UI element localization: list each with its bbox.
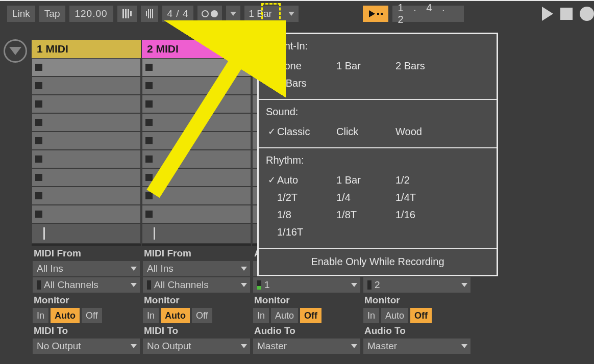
- chevron-down-icon: [351, 283, 357, 287]
- io-from-select[interactable]: All Ins: [33, 261, 140, 276]
- stop-clip-icon: [35, 211, 42, 218]
- sound-option[interactable]: Wood: [384, 123, 443, 140]
- rhythm-option[interactable]: 1 Bar: [325, 171, 384, 189]
- monitor-auto-button[interactable]: Auto: [271, 308, 298, 323]
- count-in-option[interactable]: 1 Bar: [325, 57, 384, 74]
- nudge-down-button[interactable]: [117, 6, 137, 22]
- stop-clip-icon: [145, 155, 153, 163]
- clip-slot[interactable]: [32, 187, 141, 205]
- clip-slot[interactable]: [142, 58, 251, 76]
- sound-section: Sound: ClassicClickWood: [259, 100, 497, 148]
- io-to-select[interactable]: Master: [363, 339, 471, 354]
- monitor-off-button[interactable]: Off: [82, 308, 102, 323]
- rhythm-option[interactable]: 1/8: [266, 206, 325, 223]
- rhythm-option[interactable]: 1/4: [325, 189, 384, 206]
- clip-slot[interactable]: [32, 132, 141, 150]
- count-in-option[interactable]: 4 Bars: [266, 74, 325, 92]
- clip-slot[interactable]: [142, 76, 251, 95]
- clip-slot[interactable]: [142, 132, 251, 150]
- io-section: MIDI FromAll InsAll ChannelsMonitorInAut…: [142, 244, 251, 354]
- track: 1 MIDIMIDI FromAll InsAll ChannelsMonito…: [32, 40, 141, 354]
- quantize-dropdown[interactable]: [284, 6, 299, 22]
- clip-slot[interactable]: [32, 168, 141, 187]
- clip-slot[interactable]: [32, 76, 141, 95]
- track-header[interactable]: 2 MIDI: [142, 40, 251, 58]
- monitor-auto-button[interactable]: Auto: [161, 308, 190, 323]
- metronome-settings-menu: Count-In: None1 Bar2 Bars4 Bars Sound: C…: [257, 33, 498, 276]
- clip-slot[interactable]: [32, 58, 141, 76]
- nudge-up-button[interactable]: [141, 6, 158, 22]
- link-button[interactable]: Link: [7, 6, 35, 22]
- clip-slot[interactable]: [32, 150, 141, 168]
- monitor-in-button[interactable]: In: [143, 308, 159, 323]
- arrangement-position[interactable]: 1 . 4 . 2: [392, 6, 464, 22]
- count-in-option[interactable]: 2 Bars: [384, 57, 443, 74]
- monitor-label: Monitor: [142, 294, 251, 307]
- io-channel-select[interactable]: 1: [253, 277, 360, 293]
- clip-slot[interactable]: [32, 205, 141, 223]
- transport-bar: Link Tap 120.00 4 / 4 1 Bar 1 . 4 . 2: [0, 1, 594, 27]
- stop-clip-icon: [145, 192, 153, 199]
- clip-slot[interactable]: [142, 205, 251, 223]
- stop-clip-icon: [145, 211, 153, 218]
- monitor-auto-button[interactable]: Auto: [381, 308, 408, 323]
- clip-slot[interactable]: [142, 150, 251, 168]
- io-to-label: Audio To: [252, 324, 361, 337]
- clip-slot[interactable]: [142, 95, 251, 113]
- stop-clip-icon: [145, 64, 153, 71]
- tap-button[interactable]: Tap: [39, 6, 65, 22]
- track-header[interactable]: 1 MIDI: [32, 40, 141, 58]
- metronome-menu-button[interactable]: [226, 6, 240, 22]
- monitor-row: InAutoOff: [252, 308, 361, 323]
- monitor-auto-button[interactable]: Auto: [51, 308, 80, 323]
- quantize-select[interactable]: 1 Bar: [244, 6, 284, 22]
- count-in-option[interactable]: None: [266, 57, 325, 74]
- chevron-down-icon: [241, 267, 247, 271]
- rhythm-option[interactable]: Auto: [266, 171, 325, 189]
- sound-option[interactable]: Click: [325, 123, 384, 140]
- clip-slot[interactable]: [32, 113, 141, 132]
- time-signature[interactable]: 4 / 4: [162, 6, 194, 22]
- monitor-off-button[interactable]: Off: [300, 308, 321, 323]
- chevron-down-icon: [288, 12, 294, 16]
- level-meter-icon: [37, 280, 41, 290]
- monitor-in-button[interactable]: In: [253, 308, 269, 323]
- metronome-toggle[interactable]: [197, 6, 222, 22]
- io-from-select[interactable]: All Ins: [143, 261, 250, 276]
- record-button[interactable]: [580, 7, 594, 21]
- rhythm-option[interactable]: 1/8T: [325, 206, 384, 223]
- rhythm-title: Rhythm:: [266, 154, 489, 166]
- scene-slot[interactable]: [142, 223, 251, 244]
- monitor-off-button[interactable]: Off: [192, 308, 212, 323]
- monitor-in-button[interactable]: In: [363, 308, 379, 323]
- stop-button[interactable]: [560, 8, 573, 20]
- io-to-select[interactable]: Master: [253, 339, 360, 354]
- rhythm-option[interactable]: 1/2: [384, 171, 443, 189]
- rhythm-option[interactable]: 1/16T: [266, 223, 325, 241]
- io-to-select[interactable]: No Output: [143, 339, 250, 354]
- io-channel-select[interactable]: All Channels: [143, 277, 250, 293]
- play-button[interactable]: [542, 7, 553, 21]
- clip-slot[interactable]: [142, 187, 251, 205]
- scene-slot[interactable]: [32, 223, 141, 244]
- rhythm-option[interactable]: 1/2T: [266, 189, 325, 206]
- monitor-in-button[interactable]: In: [33, 308, 48, 323]
- tempo-field[interactable]: 120.00: [69, 6, 113, 22]
- monitor-off-button[interactable]: Off: [410, 308, 432, 323]
- chevron-down-icon: [461, 283, 467, 287]
- midi-arrangement-overdub[interactable]: [363, 6, 388, 22]
- enable-while-recording[interactable]: Enable Only While Recording: [259, 249, 497, 275]
- rhythm-option[interactable]: 1/16: [384, 206, 443, 223]
- transport-controls: [542, 1, 594, 27]
- scene-launch-all[interactable]: [5, 41, 26, 61]
- sound-option[interactable]: Classic: [266, 123, 325, 140]
- clip-slot[interactable]: [142, 113, 251, 132]
- io-channel-select[interactable]: 2: [363, 277, 471, 293]
- io-channel-select[interactable]: All Channels: [33, 277, 140, 293]
- clip-slot[interactable]: [32, 95, 141, 113]
- clip-slot[interactable]: [142, 168, 251, 187]
- chevron-down-icon: [131, 283, 137, 287]
- rhythm-option[interactable]: 1/4T: [384, 189, 443, 206]
- chevron-down-icon: [131, 267, 137, 271]
- io-to-select[interactable]: No Output: [33, 339, 140, 354]
